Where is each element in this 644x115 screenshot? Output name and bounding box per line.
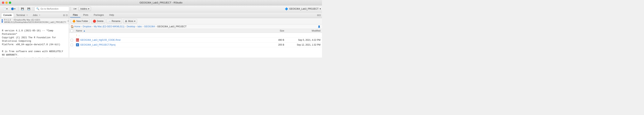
- new-folder-icon: 🔶: [72, 20, 76, 23]
- files-user-icon: 👤: [318, 25, 320, 28]
- rmd-name-cell: Rmd GEOG364_Lab3_hlg5155_CODE.Rmd: [76, 38, 267, 42]
- rproj-filename[interactable]: GEOG364_Lab3_PROJECT.Rproj: [80, 43, 116, 46]
- files-panel-maximize[interactable]: ⊡: [319, 14, 321, 16]
- file-table-header: Name ▲ Size Modified: [69, 29, 322, 33]
- files-toolbar: 🔶 New Folder 🔴 Delete → Rename ⚙ More ▾: [69, 18, 322, 24]
- minimize-panel-button[interactable]: ⊟: [63, 14, 65, 16]
- select-all-checkbox[interactable]: [70, 30, 73, 32]
- open-project-icon: 🔵: [11, 7, 14, 10]
- tab-console[interactable]: Console: [1, 13, 14, 17]
- row-check-rproj[interactable]: [70, 44, 74, 46]
- tab-plots[interactable]: Plots: [80, 13, 91, 17]
- delete-button[interactable]: 🔴 Delete: [91, 19, 105, 23]
- header-size-label: Size: [280, 29, 284, 32]
- rmd-file-icon: Rmd: [76, 38, 79, 42]
- files-panel-minimize[interactable]: ⊟: [317, 14, 319, 16]
- toolbar-sep-2: [33, 7, 33, 11]
- table-row[interactable]: R GEOG364_Lab3_PROJECT.Rproj 205 B Sep 1…: [69, 42, 322, 47]
- jobs-close-icon[interactable]: ×: [38, 14, 41, 16]
- toolbar-sep-1: [18, 7, 18, 11]
- tab-packages-label: Packages: [94, 14, 104, 16]
- code-tools-button[interactable]: ≡ ▾: [72, 7, 78, 11]
- rproj-size: 205 B: [269, 43, 284, 46]
- rproj-modified: Sep 12, 2021, 1:32 PM: [286, 43, 320, 46]
- table-row[interactable]: Rmd GEOG364_Lab3_hlg5155_CODE.Rmd 490 B …: [69, 38, 322, 42]
- maximize-panel-button[interactable]: ⊡: [66, 14, 68, 16]
- tab-console-label: Console: [3, 14, 12, 16]
- file-table: Name ▲ Size Modified ↑ ..: [69, 29, 322, 57]
- breadcrumb-sep-5: ›: [142, 25, 143, 28]
- header-modified-label: Modified: [312, 29, 320, 32]
- rename-label: Rename: [112, 20, 120, 22]
- addins-button[interactable]: Addins ▾: [78, 7, 91, 11]
- breadcrumb-desktop[interactable]: Desktop: [127, 25, 135, 28]
- tab-help[interactable]: Help: [107, 13, 117, 17]
- open-project-button[interactable]: 🔵 ▾: [10, 7, 17, 11]
- header-modified[interactable]: Modified: [286, 29, 320, 32]
- breadcrumb-sep-6: ›: [156, 25, 156, 28]
- new-file-dropdown-icon: ▾: [6, 7, 8, 10]
- console-line-7: You are welcome to redistribute it under…: [2, 57, 67, 57]
- more-dropdown-icon: ▾: [134, 20, 135, 22]
- right-panel: Files Plots Packages Help ⊟ ⊡ 🔶 New Fold…: [69, 12, 322, 57]
- console-content[interactable]: R version 4.1.0 (2021-05-18) -- "Camp Po…: [0, 24, 69, 57]
- breadcrumb-home[interactable]: Home: [74, 25, 80, 28]
- code-tools-dropdown: ▾: [75, 7, 76, 10]
- console-path-icon: ⚙: [67, 20, 69, 22]
- rproj-checkbox[interactable]: [70, 44, 73, 46]
- tab-plots-label: Plots: [83, 14, 88, 16]
- row-check-rmd[interactable]: [70, 39, 74, 41]
- files-tab-bar: Files Plots Packages Help ⊟ ⊡: [69, 12, 322, 18]
- save-all-button[interactable]: 💾: [26, 7, 32, 11]
- console-tab-bar: Console Terminal × Jobs × ⊟ ⊡: [0, 12, 69, 18]
- new-file-button[interactable]: 📄 ▾: [1, 6, 9, 11]
- save-button[interactable]: 💾: [20, 7, 25, 11]
- breadcrumb: 🏠 Home › Dropbox › My Mac (E2-GEO-WKML01…: [69, 24, 322, 29]
- tab-terminal[interactable]: Terminal ×: [14, 13, 30, 17]
- tab-files-label: Files: [73, 14, 78, 16]
- breadcrumb-sep-1: ›: [81, 25, 82, 28]
- rename-button[interactable]: → Rename: [106, 19, 122, 23]
- project-dropdown-icon: ▾: [320, 7, 321, 10]
- tab-jobs[interactable]: Jobs ×: [31, 13, 43, 17]
- console-path: R 4.1.0 · ~/Dropbox/My Mac (E2-GEO-WKML0…: [4, 19, 66, 23]
- more-label: More: [128, 20, 133, 22]
- table-row[interactable]: ↑ ..: [69, 33, 322, 38]
- console-line-6: R is free software and comes with ABSOLU…: [2, 50, 67, 57]
- minimize-button[interactable]: [6, 1, 8, 4]
- more-button[interactable]: ⚙ More ▾: [123, 19, 137, 23]
- maximize-button[interactable]: [9, 1, 11, 4]
- terminal-close-icon[interactable]: ×: [26, 14, 28, 16]
- project-label: GEOG364_Lab3_PROJECT: [289, 7, 318, 10]
- save-icon: 💾: [21, 7, 24, 10]
- breadcrumb-sep-2: ›: [92, 25, 93, 28]
- breadcrumb-dropbox[interactable]: Dropbox: [83, 25, 92, 28]
- left-panel: Console Terminal × Jobs × ⊟ ⊡ R R 4.1.0 …: [0, 12, 69, 57]
- rmd-modified: Sep 5, 2021, 4:22 PM: [286, 39, 320, 41]
- breadcrumb-sep-4: ›: [136, 25, 137, 28]
- close-button[interactable]: [2, 1, 4, 4]
- goto-field[interactable]: 🔍: [34, 6, 69, 11]
- rmd-filename[interactable]: GEOG364_Lab3_hlg5155_CODE.Rmd: [80, 39, 120, 41]
- delete-icon: 🔴: [93, 20, 96, 23]
- new-folder-button[interactable]: 🔶 New Folder: [70, 19, 90, 23]
- breadcrumb-mac[interactable]: My Mac (E2-GEO-WKML011): [94, 25, 124, 28]
- header-size[interactable]: Size: [269, 29, 284, 32]
- goto-input[interactable]: [40, 7, 68, 10]
- header-name[interactable]: Name ▲: [76, 29, 267, 32]
- main-toolbar: 📄 ▾ 🔵 ▾ 💾 💾 🔍 ≡ ▾ Addins ▾ 🔷 GEOG364_Lab…: [0, 5, 322, 12]
- console-line-3: Copyright (C) 2021 The R Foundation for …: [2, 36, 67, 43]
- traffic-lights: [2, 1, 11, 4]
- parent-dir-label: ..: [78, 34, 80, 36]
- header-check: [70, 30, 74, 32]
- addins-dropdown-icon: ▾: [88, 7, 89, 10]
- gear-icon: ⚙: [125, 20, 127, 23]
- tab-files[interactable]: Files: [70, 13, 80, 17]
- rmd-checkbox[interactable]: [70, 39, 73, 41]
- breadcrumb-labs[interactable]: labs: [138, 25, 142, 28]
- tab-packages[interactable]: Packages: [91, 13, 107, 17]
- breadcrumb-geog364[interactable]: GEOG364: [144, 25, 155, 28]
- rproj-name-cell: R GEOG364_Lab3_PROJECT.Rproj: [76, 43, 267, 46]
- open-dropdown-icon: ▾: [14, 7, 16, 10]
- tab-jobs-label: Jobs: [32, 14, 38, 16]
